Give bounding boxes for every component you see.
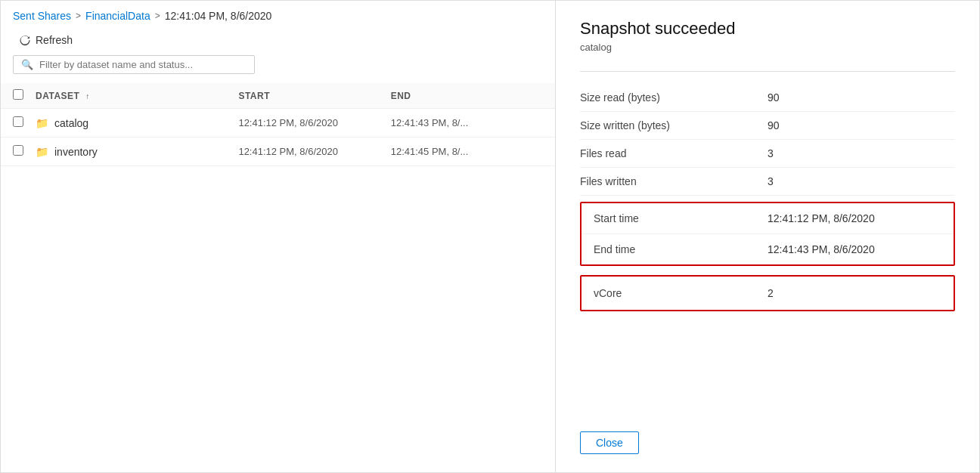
row-end: 12:41:43 PM, 8/... bbox=[391, 117, 543, 128]
table-row[interactable]: 📁 inventory 12:41:12 PM, 8/6/2020 12:41:… bbox=[1, 138, 555, 166]
panel-title: Snapshot succeeded bbox=[580, 19, 955, 39]
row-end: 12:41:45 PM, 8/... bbox=[391, 146, 543, 157]
label-start-time: Start time bbox=[594, 212, 768, 224]
search-icon: 🔍 bbox=[21, 59, 33, 70]
row-checkbox-cell bbox=[13, 145, 36, 158]
close-btn-wrapper: Close bbox=[580, 413, 955, 454]
breadcrumb-financial-data[interactable]: FinancialData bbox=[85, 10, 150, 22]
highlight-time-section: Start time 12:41:12 PM, 8/6/2020 End tim… bbox=[580, 202, 955, 266]
folder-icon: 📁 bbox=[36, 146, 48, 158]
folder-icon: 📁 bbox=[36, 117, 48, 129]
label-files-written: Files written bbox=[580, 175, 768, 187]
value-size-read: 90 bbox=[768, 91, 955, 104]
value-files-read: 3 bbox=[768, 147, 955, 159]
right-panel: Snapshot succeeded catalog Size read (by… bbox=[556, 1, 979, 472]
info-row-size-written: Size written (bytes) 90 bbox=[580, 112, 955, 140]
refresh-button[interactable]: Refresh bbox=[13, 31, 79, 49]
refresh-label: Refresh bbox=[36, 34, 73, 46]
panel-divider bbox=[580, 71, 955, 72]
refresh-icon bbox=[19, 34, 31, 46]
row-checkbox-cell bbox=[13, 116, 36, 129]
breadcrumb-sent-shares[interactable]: Sent Shares bbox=[13, 10, 71, 22]
info-row-files-written: Files written 3 bbox=[580, 168, 955, 196]
value-end-time: 12:41:43 PM, 8/6/2020 bbox=[768, 243, 941, 255]
sort-arrow-icon: ↑ bbox=[85, 92, 90, 100]
filter-wrapper: 🔍 bbox=[13, 55, 255, 74]
row-dataset-name: inventory bbox=[54, 146, 98, 158]
table-header: DATASET ↑ START END bbox=[1, 83, 555, 109]
vcore-section: vCore 2 bbox=[580, 275, 955, 311]
column-header-end: END bbox=[391, 91, 543, 101]
row-checkbox[interactable] bbox=[13, 116, 23, 127]
row-start: 12:41:12 PM, 8/6/2020 bbox=[238, 117, 390, 128]
panel-subtitle: catalog bbox=[580, 42, 955, 53]
row-name: 📁 catalog bbox=[36, 117, 238, 129]
filter-bar: 🔍 bbox=[1, 55, 555, 83]
column-header-start: START bbox=[238, 91, 390, 101]
label-end-time: End time bbox=[594, 243, 768, 255]
breadcrumb-sep-2: > bbox=[155, 11, 160, 21]
label-size-written: Size written (bytes) bbox=[580, 119, 768, 131]
vcore-row: vCore 2 bbox=[581, 277, 954, 310]
filter-input[interactable] bbox=[39, 59, 247, 70]
row-start: 12:41:12 PM, 8/6/2020 bbox=[238, 146, 390, 157]
value-files-written: 3 bbox=[768, 175, 955, 187]
row-dataset-name: catalog bbox=[54, 117, 88, 129]
label-vcore: vCore bbox=[594, 287, 768, 299]
table-row[interactable]: 📁 catalog 12:41:12 PM, 8/6/2020 12:41:43… bbox=[1, 109, 555, 138]
column-header-dataset: DATASET ↑ bbox=[36, 91, 238, 101]
breadcrumb-current: 12:41:04 PM, 8/6/2020 bbox=[165, 10, 272, 22]
row-name: 📁 inventory bbox=[36, 146, 238, 158]
info-row-size-read: Size read (bytes) 90 bbox=[580, 84, 955, 112]
breadcrumb: Sent Shares > FinancialData > 12:41:04 P… bbox=[1, 1, 555, 28]
header-checkbox-cell bbox=[13, 89, 36, 102]
value-start-time: 12:41:12 PM, 8/6/2020 bbox=[768, 212, 941, 224]
highlight-start-time-row: Start time 12:41:12 PM, 8/6/2020 bbox=[581, 203, 954, 233]
close-button[interactable]: Close bbox=[580, 431, 639, 454]
label-size-read: Size read (bytes) bbox=[580, 91, 768, 104]
row-checkbox[interactable] bbox=[13, 145, 23, 156]
highlight-end-time-row: End time 12:41:43 PM, 8/6/2020 bbox=[581, 233, 954, 264]
breadcrumb-sep-1: > bbox=[76, 11, 81, 21]
dataset-table: DATASET ↑ START END 📁 catalog 12:41:12 P… bbox=[1, 83, 555, 472]
value-size-written: 90 bbox=[768, 119, 955, 131]
info-row-files-read: Files read 3 bbox=[580, 140, 955, 168]
value-vcore: 2 bbox=[768, 287, 941, 299]
label-files-read: Files read bbox=[580, 147, 768, 159]
select-all-checkbox[interactable] bbox=[13, 89, 23, 100]
toolbar: Refresh bbox=[1, 28, 555, 55]
